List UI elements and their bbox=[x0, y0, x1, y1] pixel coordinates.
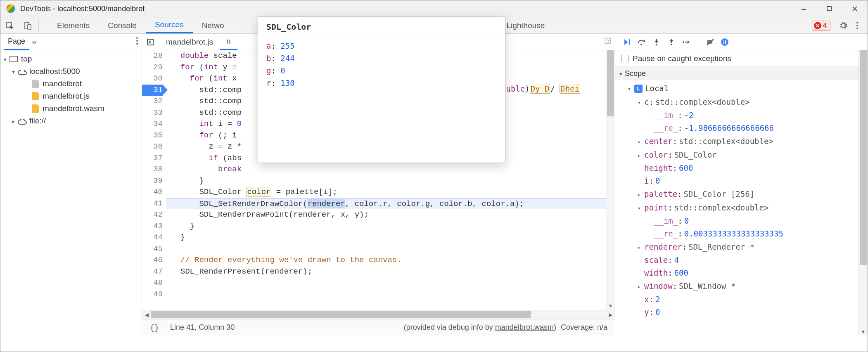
scroll-right-icon[interactable]: ▶ bbox=[606, 312, 615, 318]
frame-icon bbox=[9, 56, 18, 62]
pretty-print-icon[interactable]: {} bbox=[149, 323, 159, 333]
scope-label: Local bbox=[645, 82, 669, 95]
scope-var[interactable]: height: 600 bbox=[619, 162, 868, 175]
maximize-button[interactable] bbox=[816, 0, 842, 17]
tab-console[interactable]: Console bbox=[99, 17, 146, 33]
editor-tab-file[interactable]: mandelbrot.js bbox=[159, 34, 220, 50]
scope-var[interactable]: c: std::complex<double> bbox=[619, 95, 868, 109]
divider bbox=[698, 37, 698, 47]
error-count: 4 bbox=[823, 21, 827, 30]
tree-top-frame[interactable]: top bbox=[0, 53, 142, 65]
section-label: Scope bbox=[625, 69, 646, 78]
svg-rect-6 bbox=[28, 24, 31, 29]
resume-button[interactable] bbox=[619, 35, 634, 50]
step-over-button[interactable] bbox=[634, 35, 649, 50]
tree-file[interactable]: mandelbrot bbox=[0, 78, 142, 90]
line-gutter[interactable]: 2829303132333435363738394041424344454647… bbox=[142, 50, 166, 300]
tree-label: file:// bbox=[29, 116, 46, 125]
svg-rect-15 bbox=[629, 39, 630, 45]
sidebar-more-tabs-icon[interactable]: » bbox=[32, 37, 36, 47]
scope-var[interactable]: renderer: SDL_Renderer * bbox=[619, 240, 868, 254]
tab-elements[interactable]: Elements bbox=[48, 17, 99, 33]
tree-label: mandelbrot bbox=[43, 79, 82, 88]
scope-var[interactable]: color: SDL_Color bbox=[619, 148, 868, 162]
scope-var[interactable]: __re_: 0.0033333333333333335 bbox=[619, 227, 868, 240]
wasm-file-icon bbox=[32, 104, 39, 113]
scope-var[interactable]: point: std::complex<double> bbox=[619, 201, 868, 215]
titlebar: DevTools - localhost:5000/mandelbrot bbox=[0, 0, 868, 17]
minimize-button[interactable] bbox=[791, 0, 816, 17]
svg-point-11 bbox=[136, 40, 138, 42]
scope-var[interactable]: __re_: -1.9866666666666666 bbox=[619, 122, 868, 135]
editor-statusbar: {} Line 41, Column 30 (provided via debu… bbox=[142, 319, 615, 335]
scope-body: LLocal c: std::complex<double> __im_: -2… bbox=[615, 80, 868, 320]
step-out-button[interactable] bbox=[664, 35, 679, 50]
scroll-down-icon[interactable]: ▼ bbox=[859, 329, 868, 335]
scope-local[interactable]: LLocal bbox=[619, 82, 868, 95]
settings-gear-icon[interactable] bbox=[836, 21, 850, 30]
tab-sources[interactable]: Sources bbox=[146, 17, 193, 33]
tree-file[interactable]: mandelbrot.js bbox=[0, 90, 142, 102]
scope-var[interactable]: i: 0 bbox=[619, 175, 868, 187]
run-snippet-icon[interactable] bbox=[604, 37, 612, 47]
editor-tab-active[interactable]: n bbox=[220, 34, 237, 50]
svg-point-16 bbox=[640, 44, 642, 45]
more-menu-icon[interactable] bbox=[850, 21, 864, 30]
scope-section-header[interactable]: Scope bbox=[615, 67, 868, 80]
svg-point-10 bbox=[136, 37, 138, 39]
tooltip-row: b: 244 bbox=[266, 52, 497, 64]
debug-toolbar bbox=[615, 34, 868, 50]
sidebar-menu-icon[interactable] bbox=[136, 37, 138, 47]
file-icon bbox=[32, 80, 39, 88]
scroll-left-icon[interactable]: ◀ bbox=[142, 312, 151, 318]
scrollbar-thumb[interactable] bbox=[151, 311, 531, 318]
tree-file[interactable]: mandelbrot.wasm bbox=[0, 102, 142, 115]
step-into-button[interactable] bbox=[649, 35, 664, 50]
vertical-scrollbar[interactable]: ▲▼ bbox=[606, 50, 615, 310]
code-fragment: ouble)Dy D/ Dhei bbox=[501, 84, 580, 93]
error-count-badge[interactable]: ×4 bbox=[812, 21, 830, 31]
horizontal-scrollbar[interactable]: ◀▶ bbox=[142, 310, 615, 319]
cursor-position: Line 41, Column 30 bbox=[170, 323, 235, 332]
scope-var[interactable]: scale: 4 bbox=[619, 254, 868, 267]
svg-point-18 bbox=[671, 44, 672, 45]
tree-file-origin[interactable]: file:// bbox=[0, 115, 142, 127]
deactivate-breakpoints-button[interactable] bbox=[702, 35, 717, 50]
svg-point-7 bbox=[856, 22, 858, 24]
pause-on-caught-row[interactable]: Pause on caught exceptions bbox=[615, 50, 868, 67]
debugger-panel: Pause on caught exceptions Scope LLocal … bbox=[615, 34, 868, 335]
panel-scrollbar[interactable]: ▲▼ bbox=[859, 50, 868, 335]
scope-var[interactable]: __im_: -2 bbox=[619, 109, 868, 122]
tab-lighthouse[interactable]: Lighthouse bbox=[497, 17, 554, 33]
tab-network[interactable]: Netwo bbox=[193, 17, 233, 33]
debug-info-link[interactable]: mandelbrot.wasm bbox=[495, 323, 554, 331]
scroll-down-icon[interactable]: ▼ bbox=[606, 303, 615, 309]
status-text: (provided via debug info by bbox=[404, 323, 495, 331]
scope-var[interactable]: width: 600 bbox=[619, 267, 868, 279]
scope-var[interactable]: center: std::complex<double> bbox=[619, 135, 868, 148]
scope-var[interactable]: y: 0 bbox=[619, 306, 868, 319]
step-button[interactable] bbox=[679, 35, 694, 50]
svg-rect-1 bbox=[827, 7, 831, 11]
tree-label: localhost:5000 bbox=[29, 67, 80, 76]
sidebar-tab-page[interactable]: Page bbox=[4, 34, 29, 50]
cloud-icon bbox=[18, 118, 27, 124]
svg-point-12 bbox=[136, 43, 138, 45]
pause-exceptions-button[interactable] bbox=[717, 35, 732, 50]
navigator-sidebar: Page » top localhost:5000 mandelbrot man… bbox=[0, 34, 142, 335]
scrollbar-thumb[interactable] bbox=[860, 50, 867, 265]
scope-var[interactable]: window: SDL_Window * bbox=[619, 279, 868, 293]
scrollbar-thumb[interactable] bbox=[607, 50, 614, 116]
inspect-element-icon[interactable] bbox=[0, 17, 19, 33]
tooltip-row: a: 255 bbox=[266, 40, 497, 52]
scope-var[interactable]: x: 2 bbox=[619, 293, 868, 306]
scope-var[interactable]: palette: SDL_Color [256] bbox=[619, 187, 868, 201]
svg-rect-14 bbox=[605, 38, 611, 44]
checkbox[interactable] bbox=[621, 55, 628, 62]
close-button[interactable] bbox=[842, 0, 868, 17]
svg-rect-13 bbox=[147, 39, 153, 45]
tree-origin[interactable]: localhost:5000 bbox=[0, 65, 142, 78]
device-toggle-icon[interactable] bbox=[19, 17, 37, 33]
scope-var[interactable]: __im_: 0 bbox=[619, 215, 868, 227]
file-navigator-icon[interactable] bbox=[145, 38, 155, 46]
